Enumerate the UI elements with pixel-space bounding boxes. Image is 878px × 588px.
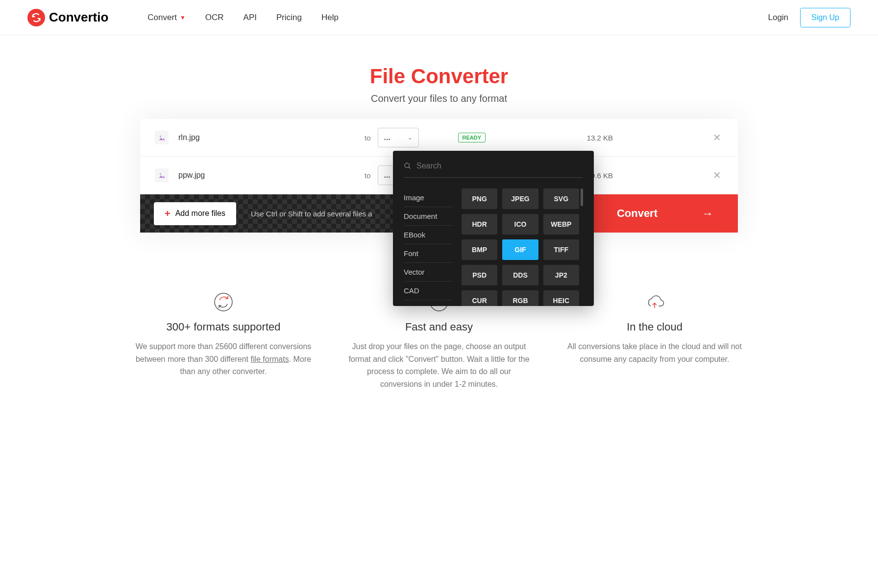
category-item[interactable]: EBook	[404, 226, 453, 244]
format-option-rgb[interactable]: RGB	[502, 290, 538, 306]
dropdown-body: ImageDocumentEBookFontVectorCAD PNGJPEGS…	[404, 188, 583, 306]
converter-panel: rln.jpg to ... ⌄ READY 13.2 KB ✕ ppw.jpg…	[140, 119, 738, 233]
page-subtitle: Convert your files to any format	[0, 93, 878, 104]
feature-text: We support more than 25600 different con…	[130, 340, 317, 378]
convert-button[interactable]: Convert →	[592, 194, 738, 233]
format-categories: ImageDocumentEBookFontVectorCAD	[404, 188, 453, 306]
header: Convertio Convert▼ OCR API Pricing Help …	[0, 0, 878, 35]
format-option-png[interactable]: PNG	[462, 188, 497, 209]
header-right: Login Sign Up	[768, 8, 851, 27]
feature-fast: Fast and easy Just drop your files on th…	[346, 291, 532, 390]
add-more-files-button[interactable]: + Add more files	[154, 202, 236, 225]
file-size: 13.2 KB	[587, 134, 613, 142]
format-option-jp2[interactable]: JP2	[543, 265, 579, 285]
svg-point-1	[160, 173, 161, 175]
feature-title: Fast and easy	[346, 321, 532, 333]
multi-select-hint: Use Ctrl or Shift to add several files a	[251, 210, 372, 218]
format-option-svg[interactable]: SVG	[543, 188, 579, 209]
search-icon	[404, 162, 412, 170]
feature-text: All conversions take place in the cloud …	[561, 340, 748, 365]
category-item[interactable]: CAD	[404, 282, 453, 300]
format-option-bmp[interactable]: BMP	[462, 239, 497, 260]
login-link[interactable]: Login	[768, 13, 788, 23]
svg-point-2	[405, 163, 409, 167]
file-formats-link[interactable]: file formats	[250, 355, 289, 363]
status-badge: READY	[458, 133, 486, 142]
scrollbar-thumb[interactable]	[581, 188, 583, 206]
to-label: to	[365, 171, 371, 180]
to-label: to	[365, 134, 371, 142]
file-name: ppw.jpg	[178, 171, 365, 180]
feature-formats: 300+ formats supported We support more t…	[130, 291, 317, 390]
page-title: File Converter	[0, 65, 878, 88]
category-item[interactable]: Vector	[404, 263, 453, 282]
format-value: ...	[384, 133, 390, 142]
main-nav: Convert▼ OCR API Pricing Help	[147, 13, 339, 23]
file-size: 9.6 KB	[591, 171, 613, 180]
format-option-gif[interactable]: GIF	[502, 239, 538, 260]
category-item[interactable]: Font	[404, 244, 453, 263]
svg-line-3	[409, 167, 410, 168]
format-grid: PNGJPEGSVGHDRICOWEBPBMPGIFTIFFPSDDDSJP2C…	[462, 188, 583, 306]
format-search	[404, 162, 583, 178]
format-dropdown: ImageDocumentEBookFontVectorCAD PNGJPEGS…	[393, 151, 594, 306]
signup-button[interactable]: Sign Up	[800, 8, 851, 27]
cloud-upload-icon	[644, 291, 665, 313]
add-more-label: Add more files	[175, 209, 225, 218]
format-select[interactable]: ... ⌄	[378, 128, 419, 147]
feature-text: Just drop your files on the page, choose…	[346, 340, 532, 390]
category-item[interactable]: Image	[404, 188, 453, 207]
format-option-dds[interactable]: DDS	[502, 265, 538, 285]
remove-file-button[interactable]: ✕	[711, 167, 723, 183]
image-icon	[155, 168, 169, 182]
refresh-icon	[213, 291, 234, 313]
nav-ocr[interactable]: OCR	[205, 13, 224, 23]
nav-api[interactable]: API	[244, 13, 257, 23]
chevron-down-icon: ▼	[180, 14, 186, 21]
svg-point-4	[215, 293, 232, 311]
feature-title: 300+ formats supported	[130, 321, 317, 333]
feature-cloud: In the cloud All conversions take place …	[561, 291, 748, 390]
format-option-jpeg[interactable]: JPEG	[502, 188, 538, 209]
plus-icon: +	[165, 208, 171, 219]
image-icon	[155, 131, 169, 144]
nav-help[interactable]: Help	[321, 13, 339, 23]
logo[interactable]: Convertio	[27, 9, 108, 26]
svg-point-0	[160, 136, 161, 137]
file-name: rln.jpg	[178, 133, 365, 142]
remove-file-button[interactable]: ✕	[711, 130, 723, 145]
arrow-right-icon: →	[702, 207, 713, 220]
format-option-tiff[interactable]: TIFF	[543, 239, 579, 260]
nav-convert-label: Convert	[147, 13, 177, 23]
feature-title: In the cloud	[561, 321, 748, 333]
brand-name: Convertio	[49, 10, 108, 25]
convert-label: Convert	[617, 207, 658, 220]
format-option-ico[interactable]: ICO	[502, 214, 538, 235]
format-value: ...	[384, 171, 390, 180]
format-option-psd[interactable]: PSD	[462, 265, 497, 285]
format-search-input[interactable]	[416, 162, 583, 170]
nav-pricing[interactable]: Pricing	[276, 13, 302, 23]
format-option-hdr[interactable]: HDR	[462, 214, 497, 235]
hero: File Converter Convert your files to any…	[0, 35, 878, 119]
format-option-cur[interactable]: CUR	[462, 290, 497, 306]
logo-icon	[27, 9, 45, 26]
category-item[interactable]: Document	[404, 207, 453, 226]
chevron-down-icon: ⌄	[408, 134, 413, 141]
format-option-heic[interactable]: HEIC	[543, 290, 579, 306]
format-option-webp[interactable]: WEBP	[543, 214, 579, 235]
nav-convert[interactable]: Convert▼	[147, 13, 185, 23]
